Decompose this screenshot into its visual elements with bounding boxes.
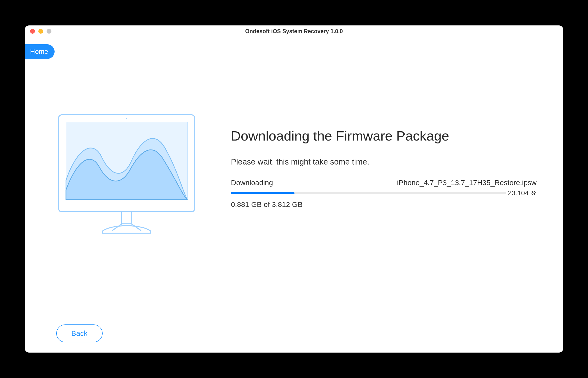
progress-fill: [231, 192, 294, 194]
maximize-window-button[interactable]: [47, 29, 51, 34]
download-size-text: 0.881 GB of 3.812 GB: [231, 200, 537, 209]
progress-percent-text: 23.104 %: [508, 189, 537, 197]
home-button-label: Home: [30, 48, 48, 55]
page-heading: Downloading the Firmware Package: [231, 128, 537, 144]
app-window: Ondesoft iOS System Recovery 1.0.0 Home: [25, 26, 563, 352]
main-content: Downloading the Firmware Package Please …: [25, 37, 563, 314]
download-filename: iPhone_4.7_P3_13.7_17H35_Restore.ipsw: [397, 179, 537, 187]
window-title: Ondesoft iOS System Recovery 1.0.0: [245, 28, 343, 35]
computer-illustration-icon: [56, 112, 197, 238]
download-info: Downloading the Firmware Package Please …: [231, 128, 537, 209]
svg-point-2: [126, 118, 127, 119]
progress-bar: [231, 192, 506, 194]
download-row: Downloading iPhone_4.7_P3_13.7_17H35_Res…: [231, 179, 537, 187]
page-subheading: Please wait, this might take some time.: [231, 157, 537, 166]
progress-container: 23.104 %: [231, 189, 537, 197]
back-button[interactable]: Back: [56, 324, 103, 342]
home-button[interactable]: Home: [25, 44, 55, 59]
traffic-lights: [30, 29, 51, 34]
titlebar: Ondesoft iOS System Recovery 1.0.0: [25, 26, 563, 37]
footer: Back: [25, 314, 563, 352]
download-status-label: Downloading: [231, 179, 273, 187]
minimize-window-button[interactable]: [38, 29, 43, 34]
back-button-label: Back: [71, 329, 87, 337]
close-window-button[interactable]: [30, 29, 35, 34]
